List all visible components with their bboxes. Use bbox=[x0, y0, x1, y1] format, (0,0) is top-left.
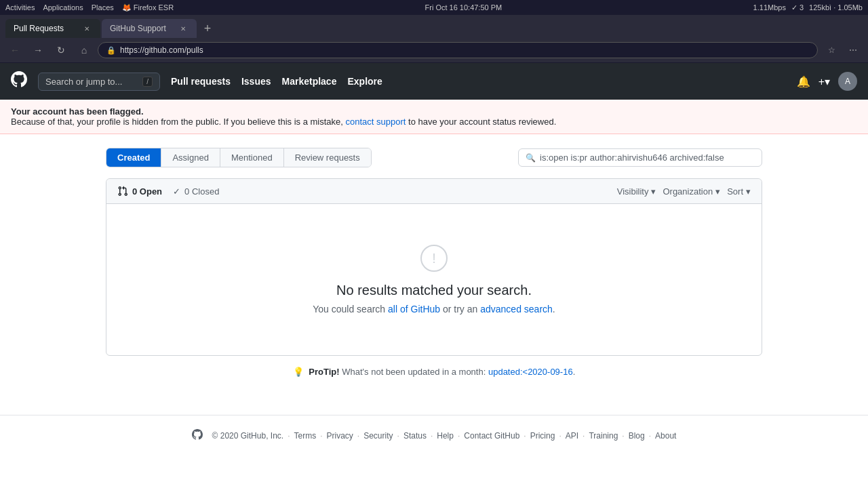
chevron-down-icon: ▾ bbox=[715, 186, 720, 197]
gh-header: Search or jump to... / Pull requests Iss… bbox=[0, 63, 868, 100]
github-page: Search or jump to... / Pull requests Iss… bbox=[0, 63, 868, 488]
search-value: is:open is:pr author:ahirvishu646 archiv… bbox=[540, 152, 724, 163]
open-count[interactable]: 0 Open bbox=[117, 186, 162, 197]
address-bar-actions: ☆ ⋯ bbox=[822, 41, 863, 60]
footer-terms[interactable]: Terms bbox=[294, 431, 316, 441]
closed-count[interactable]: ✓ 0 Closed bbox=[173, 186, 219, 197]
protip-suffix: . bbox=[573, 367, 576, 377]
footer-about[interactable]: About bbox=[655, 431, 676, 441]
search-box[interactable]: Search or jump to... / bbox=[38, 73, 160, 91]
advanced-search-link[interactable]: advanced search bbox=[480, 304, 553, 314]
results-count-group: 0 Open ✓ 0 Closed bbox=[117, 186, 219, 197]
footer-training[interactable]: Training bbox=[589, 431, 618, 441]
chevron-down-icon: ▾ bbox=[746, 186, 751, 197]
os-places[interactable]: Places bbox=[92, 3, 114, 12]
footer-blog[interactable]: Blog bbox=[629, 431, 645, 441]
home-button[interactable]: ⌂ bbox=[75, 41, 94, 60]
alert-description: Because of that, your profile is hidden … bbox=[11, 117, 343, 127]
check-icon: ✓ bbox=[173, 186, 180, 197]
nav-pull-requests[interactable]: Pull requests bbox=[171, 76, 231, 87]
contact-support-link[interactable]: contact support bbox=[346, 117, 406, 127]
tab-label: GitHub Support bbox=[110, 24, 166, 33]
nav-issues[interactable]: Issues bbox=[241, 76, 271, 87]
desc-mid-text: or try an bbox=[443, 304, 477, 314]
protip: 💡 ProTip! What's not been updated in a m… bbox=[106, 356, 762, 388]
address-bar-row: ← → ↻ ⌂ 🔒 https://github.com/pulls ☆ ⋯ bbox=[0, 38, 868, 62]
footer-copyright: © 2020 GitHub, Inc. bbox=[212, 431, 284, 441]
tab-pull-requests[interactable]: Pull Requests ✕ bbox=[5, 19, 100, 38]
os-activities[interactable]: Activities bbox=[5, 3, 35, 12]
desc-suffix: . bbox=[553, 304, 555, 314]
tab-bar: Pull Requests ✕ GitHub Support ✕ + bbox=[0, 15, 868, 38]
battery: ✓ 3 bbox=[791, 3, 804, 12]
search-kbd: / bbox=[142, 77, 153, 87]
empty-state-desc: You could search all of GitHub or try an… bbox=[313, 304, 555, 314]
footer-status[interactable]: Status bbox=[403, 431, 427, 441]
results-area: 0 Open ✓ 0 Closed Visibility ▾ Organizat… bbox=[106, 178, 762, 356]
sort-filter[interactable]: Sort ▾ bbox=[727, 186, 751, 197]
footer-pricing[interactable]: Pricing bbox=[530, 431, 555, 441]
github-logo[interactable] bbox=[11, 71, 27, 92]
forward-button[interactable]: → bbox=[28, 41, 47, 60]
visibility-filter[interactable]: Visibility ▾ bbox=[617, 186, 656, 197]
chevron-down-icon: ▾ bbox=[651, 186, 656, 197]
menu-button[interactable]: ⋯ bbox=[844, 41, 863, 60]
sort-label: Sort bbox=[727, 186, 743, 197]
alert-link-suffix: to have your account status reviewed. bbox=[408, 117, 556, 127]
organization-filter[interactable]: Organization ▾ bbox=[663, 186, 720, 197]
empty-state: ! No results matched your search. You co… bbox=[106, 204, 762, 355]
protip-label: ProTip! bbox=[309, 367, 339, 377]
os-firefox[interactable]: 🦊 Firefox ESR bbox=[122, 3, 174, 12]
tab-label: Pull Requests bbox=[14, 24, 64, 33]
tab-review-requests[interactable]: Review requests bbox=[284, 148, 371, 167]
footer-privacy[interactable]: Privacy bbox=[327, 431, 353, 441]
new-item-button[interactable]: +▾ bbox=[818, 75, 830, 88]
filter-tabs: Created Assigned Mentioned Review reques… bbox=[106, 148, 372, 167]
search-icon: 🔍 bbox=[526, 153, 536, 163]
notifications-icon[interactable]: 🔔 bbox=[797, 75, 810, 88]
bookmarks-icon[interactable]: ☆ bbox=[822, 41, 841, 60]
tab-mentioned[interactable]: Mentioned bbox=[220, 148, 284, 167]
back-button[interactable]: ← bbox=[5, 41, 24, 60]
os-bar: Activities Applications Places 🦊 Firefox… bbox=[0, 0, 868, 15]
lock-icon: 🔒 bbox=[106, 46, 116, 55]
organization-label: Organization bbox=[663, 186, 713, 197]
footer-help[interactable]: Help bbox=[437, 431, 454, 441]
empty-state-icon: ! bbox=[420, 245, 448, 272]
gh-footer: © 2020 GitHub, Inc. · Terms · Privacy · … bbox=[0, 415, 868, 469]
alert-circle-icon: ! bbox=[432, 251, 436, 266]
footer-security[interactable]: Security bbox=[363, 431, 393, 441]
pr-search-box[interactable]: 🔍 is:open is:pr author:ahirvishu646 arch… bbox=[518, 148, 762, 167]
main-content: Created Assigned Mentioned Review reques… bbox=[95, 148, 773, 388]
all-github-link[interactable]: all of GitHub bbox=[388, 304, 440, 314]
os-bar-left: Activities Applications Places 🦊 Firefox… bbox=[5, 3, 174, 12]
tab-created[interactable]: Created bbox=[106, 148, 161, 167]
visibility-label: Visibility bbox=[617, 186, 649, 197]
new-tab-button[interactable]: + bbox=[198, 19, 217, 38]
tab-close-button[interactable]: ✕ bbox=[178, 23, 189, 34]
tab-assigned[interactable]: Assigned bbox=[161, 148, 220, 167]
os-applications[interactable]: Applications bbox=[43, 3, 83, 12]
tab-github-support[interactable]: GitHub Support ✕ bbox=[102, 19, 197, 38]
open-count-label: 0 Open bbox=[132, 186, 162, 197]
avatar[interactable]: A bbox=[838, 72, 857, 91]
nav-marketplace[interactable]: Marketplace bbox=[282, 76, 337, 87]
protip-link[interactable]: updated:<2020-09-16 bbox=[488, 367, 573, 377]
desc-prefix: You could search bbox=[313, 304, 385, 314]
filter-row: Created Assigned Mentioned Review reques… bbox=[106, 148, 762, 167]
gh-nav-right: 🔔 +▾ A bbox=[797, 72, 857, 91]
alert-banner: Your account has been flagged. Because o… bbox=[0, 100, 868, 134]
volume: 125kbì · 1.05Mb bbox=[809, 3, 863, 12]
reload-button[interactable]: ↻ bbox=[52, 41, 71, 60]
footer-contact-github[interactable]: Contact GitHub bbox=[464, 431, 519, 441]
gh-nav: Pull requests Issues Marketplace Explore bbox=[171, 76, 382, 87]
os-datetime: Fri Oct 16 10:47:50 PM bbox=[425, 3, 502, 12]
empty-state-title: No results matched your search. bbox=[336, 283, 532, 298]
tab-close-button[interactable]: ✕ bbox=[81, 23, 92, 34]
url-text: https://github.com/pulls bbox=[120, 45, 203, 55]
nav-explore[interactable]: Explore bbox=[347, 76, 382, 87]
footer-api[interactable]: API bbox=[566, 431, 578, 441]
network-speed: 1.11Mbps bbox=[753, 3, 786, 12]
closed-count-label: 0 Closed bbox=[184, 186, 219, 197]
address-bar[interactable]: 🔒 https://github.com/pulls bbox=[98, 42, 818, 58]
